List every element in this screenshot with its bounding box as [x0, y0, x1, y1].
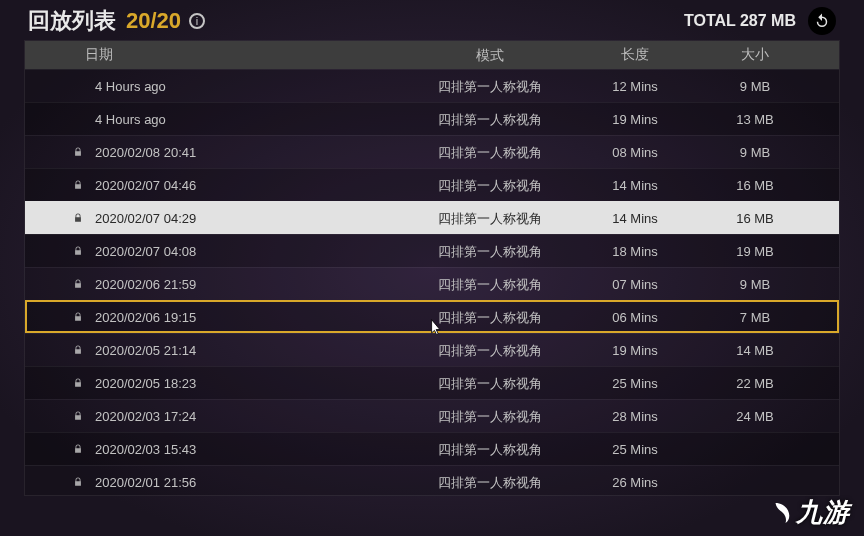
- record-counter: 20/20: [126, 8, 181, 34]
- date-text: 2020/02/07 04:46: [95, 178, 196, 193]
- cell-mode: 四排第一人称视角: [405, 113, 575, 126]
- table-row[interactable]: 2020/02/07 04:08四排第一人称视角18 Mins19 MB: [25, 234, 839, 267]
- cell-date: 4 Hours ago: [25, 79, 405, 94]
- cell-length: 25 Mins: [575, 442, 695, 457]
- cell-date: 2020/02/08 20:41: [25, 145, 405, 160]
- cell-mode: 四排第一人称视角: [405, 80, 575, 93]
- cell-length: 19 Mins: [575, 343, 695, 358]
- page-title: 回放列表: [28, 6, 116, 36]
- date-text: 4 Hours ago: [95, 112, 166, 127]
- refresh-button[interactable]: [808, 7, 836, 35]
- date-text: 2020/02/05 18:23: [95, 376, 196, 391]
- column-headers: 日期 模式 长度 大小: [25, 41, 839, 69]
- col-length[interactable]: 长度: [575, 46, 695, 64]
- table-row[interactable]: 2020/02/06 19:15四排第一人称视角06 Mins7 MB: [25, 300, 839, 333]
- table-row[interactable]: 4 Hours ago四排第一人称视角12 Mins9 MB: [25, 69, 839, 102]
- date-text: 2020/02/01 21:56: [95, 475, 196, 490]
- date-text: 2020/02/03 15:43: [95, 442, 196, 457]
- cell-length: 06 Mins: [575, 310, 695, 325]
- cell-date: 2020/02/07 04:08: [25, 244, 405, 259]
- lock-icon: [73, 311, 83, 323]
- table-row[interactable]: 2020/02/05 18:23四排第一人称视角25 Mins22 MB: [25, 366, 839, 399]
- cell-mode: 四排第一人称视角: [405, 377, 575, 390]
- cell-size: 16 MB: [695, 178, 815, 193]
- date-text: 2020/02/08 20:41: [95, 145, 196, 160]
- table-row[interactable]: 2020/02/07 04:46四排第一人称视角14 Mins16 MB: [25, 168, 839, 201]
- refresh-icon: [813, 12, 831, 30]
- cell-size: 24 MB: [695, 409, 815, 424]
- cell-length: 07 Mins: [575, 277, 695, 292]
- lock-icon: [73, 212, 83, 224]
- lock-icon: [73, 476, 83, 488]
- cell-date: 2020/02/03 17:24: [25, 409, 405, 424]
- cell-length: 18 Mins: [575, 244, 695, 259]
- replay-list: 日期 模式 长度 大小 4 Hours ago四排第一人称视角12 Mins9 …: [24, 40, 840, 496]
- info-icon[interactable]: i: [189, 13, 205, 29]
- cell-size: 9 MB: [695, 277, 815, 292]
- cell-length: 19 Mins: [575, 112, 695, 127]
- date-text: 2020/02/05 21:14: [95, 343, 196, 358]
- cell-date: 2020/02/06 19:15: [25, 310, 405, 325]
- lock-icon: [73, 443, 83, 455]
- cell-mode: 四排第一人称视角: [405, 179, 575, 192]
- cell-size: 9 MB: [695, 79, 815, 94]
- cell-length: 28 Mins: [575, 409, 695, 424]
- cell-size: 14 MB: [695, 343, 815, 358]
- table-row[interactable]: 2020/02/05 21:14四排第一人称视角19 Mins14 MB: [25, 333, 839, 366]
- col-date[interactable]: 日期: [25, 46, 405, 64]
- cell-size: 16 MB: [695, 211, 815, 226]
- table-row[interactable]: 2020/02/03 15:43四排第一人称视角25 Mins: [25, 432, 839, 465]
- cell-length: 14 Mins: [575, 178, 695, 193]
- lock-icon: [73, 146, 83, 158]
- cell-size: 9 MB: [695, 145, 815, 160]
- cell-mode: 四排第一人称视角: [405, 245, 575, 258]
- cell-date: 2020/02/07 04:46: [25, 178, 405, 193]
- date-text: 2020/02/03 17:24: [95, 409, 196, 424]
- table-row[interactable]: 2020/02/03 17:24四排第一人称视角28 Mins24 MB: [25, 399, 839, 432]
- cell-date: 2020/02/01 21:56: [25, 475, 405, 490]
- watermark: 九游: [768, 495, 850, 530]
- rows-container: 4 Hours ago四排第一人称视角12 Mins9 MB4 Hours ag…: [25, 69, 839, 496]
- cell-size: 7 MB: [695, 310, 815, 325]
- table-row[interactable]: 4 Hours ago四排第一人称视角19 Mins13 MB: [25, 102, 839, 135]
- lock-icon: [73, 179, 83, 191]
- cell-size: 22 MB: [695, 376, 815, 391]
- cell-date: 2020/02/05 21:14: [25, 343, 405, 358]
- cell-mode: 四排第一人称视角: [405, 410, 575, 423]
- date-text: 2020/02/06 19:15: [95, 310, 196, 325]
- lock-icon: [73, 245, 83, 257]
- date-text: 2020/02/06 21:59: [95, 277, 196, 292]
- cell-mode: 四排第一人称视角: [405, 146, 575, 159]
- table-row[interactable]: 2020/02/08 20:41四排第一人称视角08 Mins9 MB: [25, 135, 839, 168]
- lock-icon: [73, 278, 83, 290]
- cell-mode: 四排第一人称视角: [405, 311, 575, 324]
- cell-mode: 四排第一人称视角: [405, 278, 575, 291]
- cell-size: 19 MB: [695, 244, 815, 259]
- lock-icon: [73, 344, 83, 356]
- cell-length: 12 Mins: [575, 79, 695, 94]
- date-text: 2020/02/07 04:08: [95, 244, 196, 259]
- header-bar: 回放列表 20/20 i TOTAL 287 MB: [0, 0, 864, 40]
- cell-date: 2020/02/05 18:23: [25, 376, 405, 391]
- lock-icon: [73, 377, 83, 389]
- table-row[interactable]: 2020/02/06 21:59四排第一人称视角07 Mins9 MB: [25, 267, 839, 300]
- watermark-text: 九游: [796, 495, 850, 530]
- col-mode[interactable]: 模式: [405, 48, 575, 62]
- date-text: 4 Hours ago: [95, 79, 166, 94]
- cell-mode: 四排第一人称视角: [405, 443, 575, 456]
- cell-mode: 四排第一人称视角: [405, 476, 575, 489]
- cell-date: 2020/02/06 21:59: [25, 277, 405, 292]
- cell-length: 25 Mins: [575, 376, 695, 391]
- table-row[interactable]: 2020/02/01 21:56四排第一人称视角26 Mins: [25, 465, 839, 496]
- cell-length: 08 Mins: [575, 145, 695, 160]
- lock-icon: [73, 410, 83, 422]
- cell-length: 26 Mins: [575, 475, 695, 490]
- cell-date: 2020/02/03 15:43: [25, 442, 405, 457]
- col-size[interactable]: 大小: [695, 46, 815, 64]
- table-row[interactable]: 2020/02/07 04:29四排第一人称视角14 Mins16 MB: [25, 201, 839, 234]
- date-text: 2020/02/07 04:29: [95, 211, 196, 226]
- cell-length: 14 Mins: [575, 211, 695, 226]
- cell-date: 4 Hours ago: [25, 112, 405, 127]
- cell-mode: 四排第一人称视角: [405, 344, 575, 357]
- cell-date: 2020/02/07 04:29: [25, 211, 405, 226]
